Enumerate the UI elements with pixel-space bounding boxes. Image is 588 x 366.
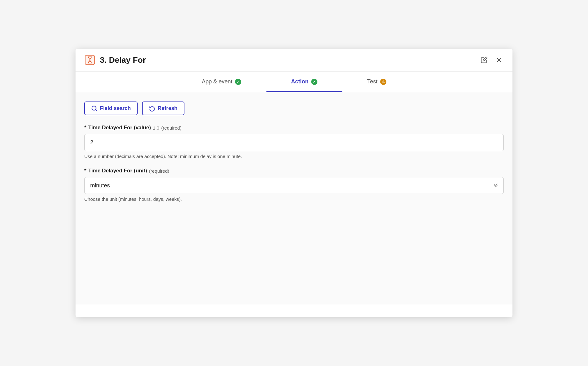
tab-action-label: Action [291,78,309,85]
refresh-button[interactable]: Refresh [142,101,184,115]
tab-app-event-badge: ✓ [235,79,241,85]
tabs-bar: App & event ✓ Action ✓ Test ⚠ [76,72,512,92]
unit-field-label: * Time Delayed For (unit) (required) [84,168,504,174]
hourglass-icon [84,54,96,66]
unit-label-bold: Time Delayed For (unit) [88,168,147,174]
toolbar: Field search Refresh [84,101,504,115]
tab-test-label: Test [367,78,378,85]
modal-container: 3. Delay For App & event ✓ Action [76,49,512,317]
unit-field-section: * Time Delayed For (unit) (required) min… [84,168,504,202]
value-label-bold: Time Delayed For (value) [88,125,151,131]
value-label-version: 1.0 [153,125,159,131]
tab-test-badge: ⚠ [380,79,386,85]
field-search-label: Field search [100,105,131,111]
tab-action-badge: ✓ [311,79,317,85]
refresh-label: Refresh [158,105,177,111]
tab-action[interactable]: Action ✓ [266,72,342,92]
content-area: Field search Refresh * Time Delayed For … [76,92,512,304]
field-search-button[interactable]: Field search [84,101,138,115]
unit-select[interactable]: minutes hours days weeks [84,177,504,194]
unit-hint: Choose the unit (minutes, hours, days, w… [84,196,504,202]
unit-select-wrapper: minutes hours days weeks [84,177,504,194]
value-field-section: * Time Delayed For (value) 1.0 (required… [84,125,504,159]
tab-app-event[interactable]: App & event ✓ [177,72,266,92]
value-field-label: * Time Delayed For (value) 1.0 (required… [84,125,504,131]
header-actions [479,55,504,65]
close-button[interactable] [494,55,504,65]
tab-app-event-label: App & event [202,78,232,85]
tab-test[interactable]: Test ⚠ [342,72,411,92]
value-hint: Use a number (decimals are accepted). No… [84,154,504,159]
edit-button[interactable] [479,55,489,65]
unit-label-required: (required) [149,168,169,174]
unit-required-star: * [84,168,86,174]
value-input[interactable] [84,134,504,151]
value-required-star: * [84,125,86,131]
svg-line-4 [96,110,97,111]
page-title: 3. Delay For [100,55,146,65]
value-label-required: (required) [161,125,181,131]
header-left: 3. Delay For [84,54,146,66]
modal-header: 3. Delay For [76,49,512,72]
